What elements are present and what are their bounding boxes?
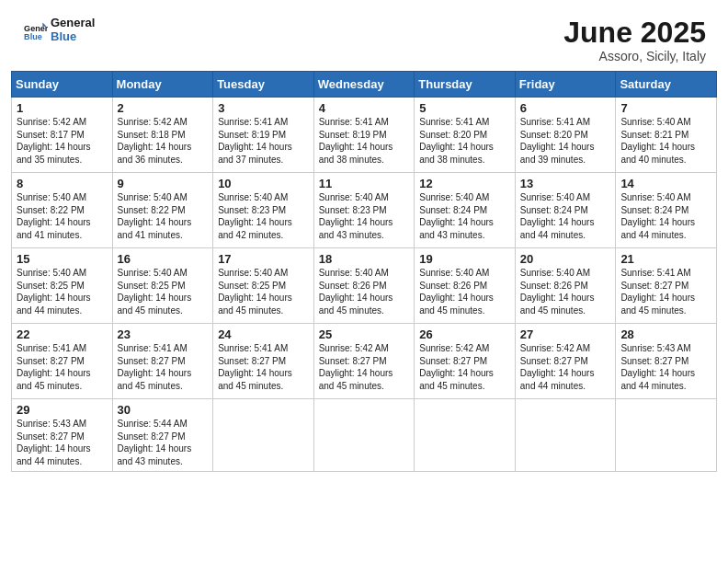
table-row: 28 Sunrise: 5:43 AM Sunset: 8:27 PM Dayl… bbox=[616, 324, 717, 399]
day-number: 27 bbox=[520, 327, 611, 341]
day-info: Sunrise: 5:41 AM Sunset: 8:27 PM Dayligh… bbox=[17, 342, 108, 392]
day-info: Sunrise: 5:40 AM Sunset: 8:26 PM Dayligh… bbox=[319, 267, 410, 316]
day-info: Sunrise: 5:40 AM Sunset: 8:24 PM Dayligh… bbox=[419, 191, 510, 241]
day-number: 18 bbox=[319, 252, 410, 266]
table-row: 26 Sunrise: 5:42 AM Sunset: 8:27 PM Dayl… bbox=[415, 324, 516, 399]
day-number: 9 bbox=[118, 177, 209, 190]
day-number: 4 bbox=[319, 101, 410, 115]
day-number: 5 bbox=[419, 101, 510, 115]
table-row: 15 Sunrise: 5:40 AM Sunset: 8:25 PM Dayl… bbox=[12, 248, 113, 324]
day-number: 12 bbox=[419, 177, 510, 190]
day-info: Sunrise: 5:43 AM Sunset: 8:27 PM Dayligh… bbox=[620, 342, 711, 392]
table-row bbox=[213, 399, 314, 472]
day-number: 2 bbox=[118, 101, 209, 115]
day-info: Sunrise: 5:41 AM Sunset: 8:19 PM Dayligh… bbox=[218, 116, 309, 166]
calendar-week-row: 15 Sunrise: 5:40 AM Sunset: 8:25 PM Dayl… bbox=[12, 248, 717, 324]
svg-text:Blue: Blue bbox=[24, 32, 42, 41]
logo-text: General Blue bbox=[51, 17, 95, 44]
table-row: 9 Sunrise: 5:40 AM Sunset: 8:22 PM Dayli… bbox=[112, 173, 213, 248]
logo-icon: General Blue bbox=[22, 17, 48, 43]
day-info: Sunrise: 5:40 AM Sunset: 8:23 PM Dayligh… bbox=[218, 191, 309, 241]
day-number: 19 bbox=[419, 252, 510, 266]
table-row: 12 Sunrise: 5:40 AM Sunset: 8:24 PM Dayl… bbox=[415, 173, 516, 248]
table-row: 25 Sunrise: 5:42 AM Sunset: 8:27 PM Dayl… bbox=[313, 324, 415, 399]
day-info: Sunrise: 5:40 AM Sunset: 8:25 PM Dayligh… bbox=[218, 267, 309, 316]
table-row: 20 Sunrise: 5:40 AM Sunset: 8:26 PM Dayl… bbox=[515, 248, 616, 324]
header-friday: Friday bbox=[515, 72, 616, 98]
day-info: Sunrise: 5:40 AM Sunset: 8:23 PM Dayligh… bbox=[319, 191, 410, 241]
day-number: 14 bbox=[620, 177, 711, 190]
day-number: 23 bbox=[118, 327, 209, 341]
day-info: Sunrise: 5:40 AM Sunset: 8:24 PM Dayligh… bbox=[520, 191, 611, 241]
day-number: 16 bbox=[118, 252, 209, 266]
table-row: 18 Sunrise: 5:40 AM Sunset: 8:26 PM Dayl… bbox=[313, 248, 415, 324]
logo: General Blue General Blue bbox=[22, 17, 95, 44]
day-info: Sunrise: 5:41 AM Sunset: 8:27 PM Dayligh… bbox=[620, 267, 711, 316]
day-number: 29 bbox=[17, 403, 108, 417]
table-row: 6 Sunrise: 5:41 AM Sunset: 8:20 PM Dayli… bbox=[515, 98, 616, 173]
table-row bbox=[616, 399, 717, 472]
day-number: 7 bbox=[620, 101, 711, 115]
day-info: Sunrise: 5:43 AM Sunset: 8:27 PM Dayligh… bbox=[17, 418, 108, 467]
day-info: Sunrise: 5:44 AM Sunset: 8:27 PM Dayligh… bbox=[118, 418, 209, 467]
table-row: 13 Sunrise: 5:40 AM Sunset: 8:24 PM Dayl… bbox=[515, 173, 616, 248]
day-info: Sunrise: 5:42 AM Sunset: 8:18 PM Dayligh… bbox=[118, 116, 209, 166]
calendar-header-row: Sunday Monday Tuesday Wednesday Thursday… bbox=[12, 72, 717, 98]
day-info: Sunrise: 5:40 AM Sunset: 8:25 PM Dayligh… bbox=[17, 267, 108, 316]
header-monday: Monday bbox=[112, 72, 213, 98]
table-row: 14 Sunrise: 5:40 AM Sunset: 8:24 PM Dayl… bbox=[616, 173, 717, 248]
table-row: 7 Sunrise: 5:40 AM Sunset: 8:21 PM Dayli… bbox=[616, 98, 717, 173]
day-info: Sunrise: 5:41 AM Sunset: 8:20 PM Dayligh… bbox=[520, 116, 611, 166]
day-number: 21 bbox=[620, 252, 711, 266]
header-tuesday: Tuesday bbox=[213, 72, 314, 98]
day-info: Sunrise: 5:40 AM Sunset: 8:26 PM Dayligh… bbox=[419, 267, 510, 316]
day-number: 22 bbox=[17, 327, 108, 341]
day-number: 26 bbox=[419, 327, 510, 341]
table-row: 19 Sunrise: 5:40 AM Sunset: 8:26 PM Dayl… bbox=[415, 248, 516, 324]
table-row bbox=[415, 399, 516, 472]
table-row bbox=[313, 399, 415, 472]
month-title: June 2025 bbox=[563, 17, 706, 49]
table-row bbox=[515, 399, 616, 472]
day-info: Sunrise: 5:40 AM Sunset: 8:26 PM Dayligh… bbox=[520, 267, 611, 316]
day-number: 20 bbox=[520, 252, 611, 266]
header-thursday: Thursday bbox=[415, 72, 516, 98]
header-wednesday: Wednesday bbox=[313, 72, 415, 98]
day-number: 11 bbox=[319, 177, 410, 190]
table-row: 29 Sunrise: 5:43 AM Sunset: 8:27 PM Dayl… bbox=[12, 399, 113, 472]
header-sunday: Sunday bbox=[12, 72, 113, 98]
table-row: 23 Sunrise: 5:41 AM Sunset: 8:27 PM Dayl… bbox=[112, 324, 213, 399]
calendar-week-row: 22 Sunrise: 5:41 AM Sunset: 8:27 PM Dayl… bbox=[12, 324, 717, 399]
header-saturday: Saturday bbox=[616, 72, 717, 98]
day-info: Sunrise: 5:41 AM Sunset: 8:27 PM Dayligh… bbox=[118, 342, 209, 392]
day-number: 8 bbox=[17, 177, 108, 190]
title-block: June 2025 Assoro, Sicily, Italy bbox=[563, 17, 706, 63]
table-row: 10 Sunrise: 5:40 AM Sunset: 8:23 PM Dayl… bbox=[213, 173, 314, 248]
calendar-week-row: 1 Sunrise: 5:42 AM Sunset: 8:17 PM Dayli… bbox=[12, 98, 717, 173]
day-info: Sunrise: 5:42 AM Sunset: 8:27 PM Dayligh… bbox=[419, 342, 510, 392]
calendar-week-row: 29 Sunrise: 5:43 AM Sunset: 8:27 PM Dayl… bbox=[12, 399, 717, 472]
table-row: 4 Sunrise: 5:41 AM Sunset: 8:19 PM Dayli… bbox=[313, 98, 415, 173]
day-info: Sunrise: 5:42 AM Sunset: 8:17 PM Dayligh… bbox=[17, 116, 108, 166]
table-row: 30 Sunrise: 5:44 AM Sunset: 8:27 PM Dayl… bbox=[112, 399, 213, 472]
day-info: Sunrise: 5:40 AM Sunset: 8:24 PM Dayligh… bbox=[620, 191, 711, 241]
day-info: Sunrise: 5:40 AM Sunset: 8:22 PM Dayligh… bbox=[118, 191, 209, 241]
location: Assoro, Sicily, Italy bbox=[563, 49, 706, 63]
calendar-week-row: 8 Sunrise: 5:40 AM Sunset: 8:22 PM Dayli… bbox=[12, 173, 717, 248]
logo-line1: General bbox=[51, 16, 95, 29]
day-number: 13 bbox=[520, 177, 611, 190]
table-row: 1 Sunrise: 5:42 AM Sunset: 8:17 PM Dayli… bbox=[12, 98, 113, 173]
table-row: 21 Sunrise: 5:41 AM Sunset: 8:27 PM Dayl… bbox=[616, 248, 717, 324]
table-row: 2 Sunrise: 5:42 AM Sunset: 8:18 PM Dayli… bbox=[112, 98, 213, 173]
table-row: 8 Sunrise: 5:40 AM Sunset: 8:22 PM Dayli… bbox=[12, 173, 113, 248]
page: General Blue General Blue June 2025 Asso… bbox=[0, 0, 728, 563]
table-row: 3 Sunrise: 5:41 AM Sunset: 8:19 PM Dayli… bbox=[213, 98, 314, 173]
day-number: 6 bbox=[520, 101, 611, 115]
header: General Blue General Blue June 2025 Asso… bbox=[0, 0, 728, 71]
day-number: 3 bbox=[218, 101, 309, 115]
table-row: 11 Sunrise: 5:40 AM Sunset: 8:23 PM Dayl… bbox=[313, 173, 415, 248]
day-info: Sunrise: 5:42 AM Sunset: 8:27 PM Dayligh… bbox=[319, 342, 410, 392]
day-info: Sunrise: 5:42 AM Sunset: 8:27 PM Dayligh… bbox=[520, 342, 611, 392]
day-number: 15 bbox=[17, 252, 108, 266]
day-info: Sunrise: 5:40 AM Sunset: 8:22 PM Dayligh… bbox=[17, 191, 108, 241]
